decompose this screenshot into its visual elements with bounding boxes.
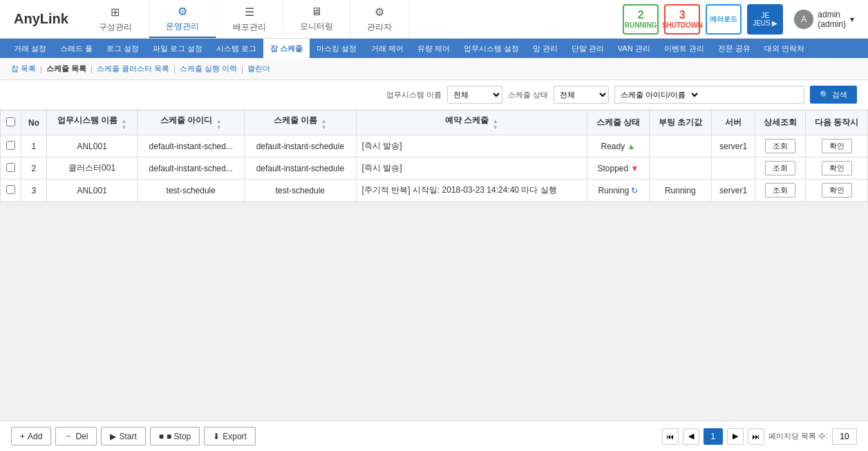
row-schedule-id-0: default-instant-sched... — [138, 135, 245, 157]
content-area: 잡 목록 | 스케줄 목록 | 스케줄 클러스터 목록 | 스케줄 실행 이력 … — [0, 58, 868, 202]
row-status-2: Running ↻ — [587, 180, 650, 202]
col-system: 업무시스템 이름 ▲▼ — [46, 111, 137, 135]
logo: AnyLink — [0, 11, 82, 27]
breadcrumb: 잡 목록 | 스케줄 목록 | 스케줄 클러스터 목록 | 스케줄 실행 이력 … — [0, 58, 868, 80]
table-row: 2 클러스터001 default-instant-sched... defau… — [1, 157, 868, 180]
sub-nav-item-파일로그설정[interactable]: 파일 로그 설정 — [146, 39, 209, 58]
jeus-badge[interactable]: JE JEUS ▶ — [747, 4, 783, 35]
status-label: 스케줄 상태 — [508, 90, 548, 100]
system-name-select[interactable]: 전체 — [447, 86, 502, 104]
ops-icon: ⚙ — [178, 5, 187, 18]
monitor-icon: 🖥 — [311, 6, 322, 18]
filter-bar: 업무시스템 이름 전체 스케줄 상태 전체 스케줄 아이디/이름 🔍 검색 — [0, 80, 868, 110]
detail-btn-2[interactable]: 조회 — [765, 183, 795, 198]
sub-nav-item-로그설정[interactable]: 로그 설정 — [100, 39, 146, 58]
row-detail-0[interactable]: 조회 — [755, 135, 806, 157]
shutdown-badge[interactable]: 3 SHUTDOWN — [664, 4, 700, 35]
table-row: 1 ANL001 default-instant-sched... defaul… — [1, 135, 868, 157]
tab-admin[interactable]: ⚙ 관리자 — [350, 0, 409, 38]
next-btn-2[interactable]: 확인 — [822, 183, 852, 198]
system-name-label: 업무시스템 이름 — [386, 90, 442, 100]
row-next-1[interactable]: 확인 — [806, 157, 868, 180]
search-btn-label: 검색 — [832, 90, 847, 100]
breadcrumb-실행이력[interactable]: 스케줄 실행 이력 — [180, 64, 237, 74]
tab-deploy-label: 배포관리 — [233, 21, 266, 33]
tab-ops[interactable]: ⚙ 운영관리 — [149, 0, 216, 38]
tab-config[interactable]: ⊞ 구성관리 — [82, 0, 149, 38]
row-detail-2[interactable]: 조회 — [755, 180, 806, 202]
row-check-0[interactable] — [1, 135, 21, 157]
row-no-2: 3 — [21, 180, 47, 202]
header-right: 2 RUNNING 3 SHUTDOWN 에러로드 JE JEUS ▶ A ad… — [623, 4, 868, 35]
row-boot-init-0 — [649, 135, 711, 157]
sub-nav-item-단말관리[interactable]: 단말 관리 — [565, 39, 611, 58]
sub-nav-item-van관리[interactable]: VAN 관리 — [611, 39, 657, 58]
col-server: 서버 — [711, 111, 755, 135]
sub-nav-item-이벤트관리[interactable]: 이벤트 관리 — [657, 39, 711, 58]
row-boot-init-2: Running — [649, 180, 711, 202]
status-select[interactable]: 전체 — [554, 86, 609, 104]
breadcrumb-클러스터목록[interactable]: 스케줄 클러스터 목록 — [97, 64, 169, 74]
col-detail: 상세조회 — [755, 111, 806, 135]
row-check-2[interactable] — [1, 180, 21, 202]
row-system-0: ANL001 — [46, 135, 137, 157]
row-check-1[interactable] — [1, 157, 21, 180]
row-next-2[interactable]: 확인 — [806, 180, 868, 202]
row-reserved-0: [즉시 발송] — [356, 135, 587, 157]
sub-nav: 거래 설정 스레드 풀 로그 설정 파일 로그 설정 시스템 로그 잡 스케줄 … — [0, 39, 868, 58]
breadcrumb-스케줄목록: 스케줄 목록 — [46, 64, 86, 74]
sub-nav-item-마스킹설정[interactable]: 마스킹 설정 — [310, 39, 364, 58]
row-server-2: server1 — [711, 180, 755, 202]
row-checkbox-2[interactable] — [6, 185, 15, 194]
row-checkbox-0[interactable] — [6, 141, 15, 150]
sub-nav-item-거래제어[interactable]: 거래 제어 — [364, 39, 411, 58]
table-wrap: No 업무시스템 이름 ▲▼ 스케줄 아이디 ▲▼ 스케줄 이름 ▲▼ 예약 스… — [0, 110, 868, 202]
sub-nav-item-거래설정[interactable]: 거래 설정 — [7, 39, 53, 58]
row-reserved-1: [즉시 발송] — [356, 157, 587, 180]
row-status-0: Ready ▲ — [587, 135, 650, 157]
breadcrumb-캘린더[interactable]: 캘린더 — [247, 64, 270, 74]
row-schedule-id-2: test-schedule — [138, 180, 245, 202]
search-input-wrap: 스케줄 아이디/이름 — [614, 86, 804, 104]
col-boot-init: 부팅 초기값 — [649, 111, 711, 135]
row-schedule-name-0: default-instant-schedule — [245, 135, 356, 157]
col-schedule-name: 스케줄 이름 ▲▼ — [245, 111, 356, 135]
search-input[interactable] — [700, 86, 804, 103]
row-no-0: 1 — [21, 135, 47, 157]
row-server-1 — [711, 157, 755, 180]
user-info[interactable]: A admin (admin) ▾ — [789, 7, 860, 32]
logo-text: AnyLink — [14, 11, 68, 26]
detail-btn-0[interactable]: 조회 — [765, 139, 795, 153]
sub-nav-item-유량제어[interactable]: 유량 제어 — [411, 39, 457, 58]
search-by-select[interactable]: 스케줄 아이디/이름 — [615, 86, 700, 103]
sub-nav-item-대외연락처[interactable]: 대외 연락처 — [757, 39, 811, 58]
sub-nav-item-망관리[interactable]: 망 관리 — [526, 39, 565, 58]
config-icon: ⊞ — [111, 6, 120, 19]
schedule-table: No 업무시스템 이름 ▲▼ 스케줄 아이디 ▲▼ 스케줄 이름 ▲▼ 예약 스… — [0, 110, 868, 202]
row-detail-1[interactable]: 조회 — [755, 157, 806, 180]
next-btn-1[interactable]: 확인 — [822, 161, 852, 175]
shutdown-count: 3 — [679, 9, 686, 21]
col-status: 스케줄 상태 — [587, 111, 650, 135]
breadcrumb-잡목록[interactable]: 잡 목록 — [11, 64, 36, 74]
next-btn-0[interactable]: 확인 — [822, 139, 852, 153]
sub-nav-item-시스템로그[interactable]: 시스템 로그 — [209, 39, 263, 58]
row-next-0[interactable]: 확인 — [806, 135, 868, 157]
running-badge[interactable]: 2 RUNNING — [623, 4, 659, 35]
error-label: 에러로드 — [710, 15, 737, 24]
error-badge[interactable]: 에러로드 — [706, 4, 742, 35]
row-system-1: 클러스터001 — [46, 157, 137, 180]
search-button[interactable]: 🔍 검색 — [810, 86, 857, 104]
select-all-checkbox[interactable] — [6, 117, 15, 126]
sub-nav-item-잡스케줄[interactable]: 잡 스케줄 — [263, 39, 310, 58]
row-schedule-name-1: default-instant-schedule — [245, 157, 356, 180]
tab-monitor[interactable]: 🖥 모니터링 — [283, 0, 350, 38]
sub-nav-item-업무시스템설정[interactable]: 업무시스템 설정 — [457, 39, 526, 58]
tab-deploy[interactable]: ☰ 배포관리 — [216, 0, 283, 38]
row-checkbox-1[interactable] — [6, 163, 15, 172]
sub-nav-item-스레드풀[interactable]: 스레드 풀 — [53, 39, 100, 58]
row-no-1: 2 — [21, 157, 47, 180]
sub-nav-item-전문공유[interactable]: 전문 공유 — [711, 39, 757, 58]
user-name: admin — [818, 10, 846, 19]
detail-btn-1[interactable]: 조회 — [765, 161, 795, 175]
